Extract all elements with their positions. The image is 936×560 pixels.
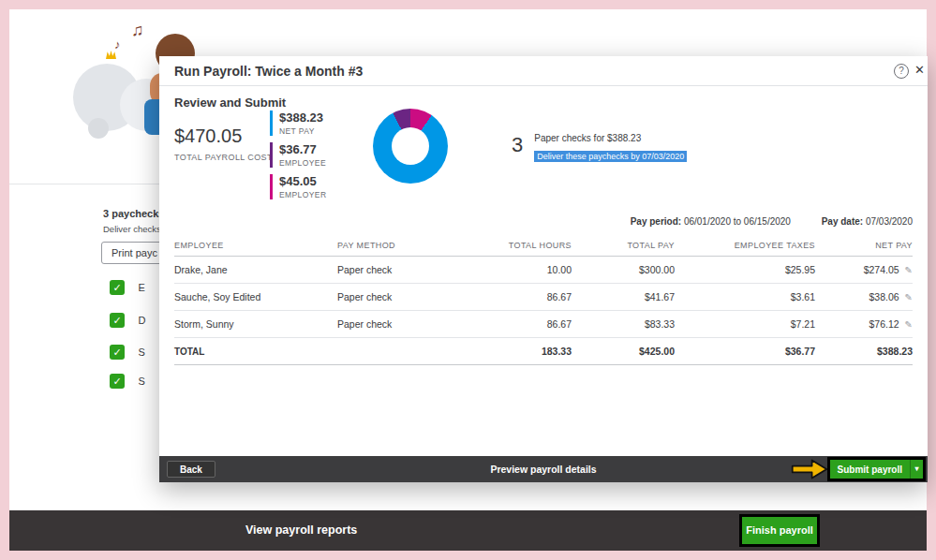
total-hours-sum: 183.33 xyxy=(468,338,572,365)
edit-pencil-icon[interactable]: ✎ xyxy=(905,292,913,302)
employee-label: D xyxy=(138,315,145,326)
employee-checkbox[interactable]: ✓ xyxy=(110,374,125,389)
legend-color-bar xyxy=(270,142,273,168)
payroll-donut-chart xyxy=(373,109,448,184)
col-total-pay: TOTAL PAY xyxy=(572,234,675,257)
total-hours: 10.00 xyxy=(468,257,572,284)
legend-amount: $45.05 xyxy=(279,174,326,188)
total-amount: $470.05 xyxy=(174,125,273,147)
net-pay-cell: $38.06✎ xyxy=(815,284,913,311)
legend-color-bar xyxy=(270,174,273,199)
checks-count: 3 xyxy=(512,133,523,157)
net-pay: $76.12 xyxy=(869,318,899,330)
employee-taxes: $3.61 xyxy=(675,284,815,311)
col-net-pay: NET PAY xyxy=(815,234,913,257)
bottom-action-bar: View payroll reports Finish payroll xyxy=(9,510,927,551)
employee-taxes-sum: $36.77 xyxy=(675,338,815,365)
legend-employer: $45.05 EMPLOYER xyxy=(270,174,326,199)
view-payroll-reports-link[interactable]: View payroll reports xyxy=(245,510,357,551)
legend-employee: $36.77 EMPLOYEE xyxy=(270,142,326,168)
checks-description: Paper checks for $388.23 xyxy=(534,133,687,143)
legend-amount: $388.23 xyxy=(279,111,323,125)
legend-amount: $36.77 xyxy=(279,142,326,156)
employee-taxes: $7.21 xyxy=(675,311,815,338)
employee-name: Drake, Jane xyxy=(174,257,337,284)
table-total-row: TOTAL 183.33 $425.00 $36.77 $388.23 xyxy=(174,338,913,365)
bush-shape xyxy=(88,118,109,139)
section-title: Review and Submit xyxy=(174,96,286,110)
modal-header: Run Payroll: Twice a Month #3 ? ✕ xyxy=(159,56,928,86)
net-pay-cell: $76.12✎ xyxy=(815,311,913,338)
col-employee-taxes: EMPLOYEE TAXES xyxy=(675,234,815,257)
music-note-icon: ♫ xyxy=(131,21,144,40)
submit-payroll-button[interactable]: Submit payroll ▾ xyxy=(830,460,923,479)
finish-payroll-button[interactable]: Finish payroll xyxy=(742,517,817,544)
modal-footer-bar: Back Preview payroll details Submit payr… xyxy=(159,456,928,482)
help-icon[interactable]: ? xyxy=(894,64,909,79)
cost-legend: $388.23 NET PAY $36.77 EMPLOYEE $45.05 E… xyxy=(270,111,326,199)
employee-check-row: ✓ S xyxy=(110,372,145,387)
legend-label: EMPLOYER xyxy=(279,190,326,199)
employee-checkbox[interactable]: ✓ xyxy=(110,313,125,328)
deliver-by-line: Deliver these paychecks by 07/03/2020 xyxy=(534,146,687,163)
legend-net-pay: $388.23 NET PAY xyxy=(270,111,326,136)
close-icon[interactable]: ✕ xyxy=(914,63,925,77)
employee-checkbox[interactable]: ✓ xyxy=(110,345,125,360)
annotation-highlight-box: Finish payroll xyxy=(739,514,820,547)
pay-period-value: 06/01/2020 to 06/15/2020 xyxy=(684,216,791,227)
employee-checkbox[interactable]: ✓ xyxy=(110,280,125,295)
legend-label: NET PAY xyxy=(279,126,323,136)
edit-pencil-icon[interactable]: ✎ xyxy=(905,265,913,275)
total-pay: $41.67 xyxy=(572,284,675,311)
submit-payroll-label: Submit payroll xyxy=(830,464,910,475)
employee-check-row: ✓ S xyxy=(110,343,145,358)
table-row: Drake, Jane Paper check 10.00 $300.00 $2… xyxy=(174,257,913,284)
pay-method: Paper check xyxy=(337,311,468,338)
payroll-table: EMPLOYEE PAY METHOD TOTAL HOURS TOTAL PA… xyxy=(174,234,913,365)
net-pay: $38.06 xyxy=(869,291,899,302)
table-row: Sauche, Soy Edited Paper check 86.67 $41… xyxy=(174,284,913,311)
employee-check-row: ✓ E xyxy=(110,278,145,293)
total-payroll-cost: $470.05 TOTAL PAYROLL COST xyxy=(174,125,273,162)
dropdown-caret-icon[interactable]: ▾ xyxy=(910,460,923,479)
pay-date-value: 07/03/2020 xyxy=(866,216,913,227)
employee-name: Storm, Sunny xyxy=(174,311,337,338)
employee-label: S xyxy=(138,376,144,387)
col-employee: EMPLOYEE xyxy=(174,234,337,257)
edit-pencil-icon[interactable]: ✎ xyxy=(905,319,913,330)
pay-method: Paper check xyxy=(337,257,468,284)
net-pay-cell: $274.05✎ xyxy=(815,257,913,284)
run-payroll-modal: Run Payroll: Twice a Month #3 ? ✕ Review… xyxy=(159,56,928,482)
pay-period-label: Pay period: xyxy=(631,216,681,227)
employee-name: Sauche, Soy Edited xyxy=(174,284,337,311)
annotation-highlight-box: Submit payroll ▾ xyxy=(827,457,926,481)
legend-label: EMPLOYEE xyxy=(279,158,326,168)
employee-label: E xyxy=(138,282,144,293)
col-total-hours: TOTAL HOURS xyxy=(468,234,572,257)
col-pay-method: PAY METHOD xyxy=(337,234,468,257)
total-hours: 86.67 xyxy=(468,284,572,311)
table-row: Storm, Sunny Paper check 86.67 $83.33 $7… xyxy=(174,311,913,338)
pay-date-label: Pay date: xyxy=(822,216,863,227)
net-pay-sum: $388.23 xyxy=(815,338,913,365)
pay-method: Paper check xyxy=(337,284,468,311)
total-pay: $300.00 xyxy=(572,257,675,284)
total-pay-sum: $425.00 xyxy=(572,338,675,365)
deliver-checks-text: Deliver checks t xyxy=(103,224,166,234)
total-label: TOTAL PAYROLL COST xyxy=(174,153,273,162)
leaf-shape xyxy=(106,51,116,59)
total-pay: $83.33 xyxy=(572,311,675,338)
net-pay: $274.05 xyxy=(864,264,899,275)
employee-label: S xyxy=(138,346,144,358)
music-note-icon: ♪ xyxy=(114,37,121,52)
employee-check-row: ✓ D xyxy=(110,311,145,326)
table-header-row: EMPLOYEE PAY METHOD TOTAL HOURS TOTAL PA… xyxy=(174,234,913,257)
employee-taxes: $25.95 xyxy=(675,257,815,284)
total-label: TOTAL xyxy=(174,338,337,365)
legend-color-bar xyxy=(270,111,273,136)
pay-period-info: Pay period: 06/01/2020 to 06/15/2020 Pay… xyxy=(631,216,913,227)
empty-cell xyxy=(337,338,468,365)
annotation-arrow-icon xyxy=(791,458,828,480)
modal-title: Run Payroll: Twice a Month #3 xyxy=(174,56,363,86)
paper-checks-info: 3 Paper checks for $388.23 Deliver these… xyxy=(512,133,687,163)
